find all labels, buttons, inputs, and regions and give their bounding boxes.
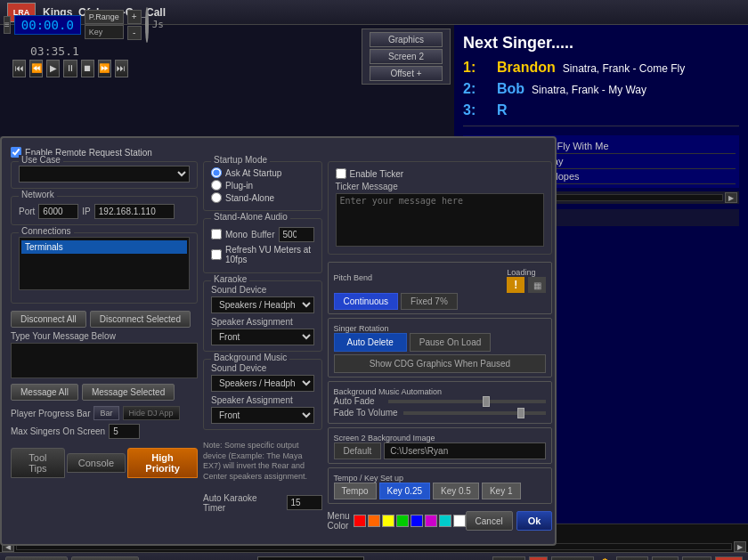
warning-icon[interactable]: !	[507, 277, 524, 293]
disconnect-all-btn[interactable]: Disconnect All	[11, 311, 86, 328]
enable-ticker-checkbox[interactable]	[336, 168, 346, 179]
pcd-btn[interactable]: PCⅅ	[616, 556, 648, 560]
grid-icon[interactable]: ▦	[528, 277, 546, 293]
connections-label: Connections	[19, 226, 74, 236]
divider	[463, 126, 739, 126]
bgm-btn[interactable]: BGM	[492, 556, 525, 560]
ip-input[interactable]	[94, 204, 175, 219]
message-textarea[interactable]	[11, 343, 198, 378]
message-selected-btn[interactable]: Message Selected	[82, 384, 175, 401]
startup-mode-label: Startup Mode	[211, 155, 270, 165]
song-scroll-right[interactable]: ▶	[725, 192, 737, 203]
max-singers-input[interactable]	[109, 424, 140, 439]
ticker-message-input[interactable]	[336, 193, 545, 247]
singer-song-2: Sinatra, Frank - My Way	[532, 84, 646, 96]
karaoke-label: Karaoke	[211, 274, 249, 284]
tooltips-tab[interactable]: Tool Tips	[11, 448, 65, 478]
key-1-btn[interactable]: Key 1	[482, 483, 521, 499]
standalone-audio-section: Stand-Alone Audio Mono Buffer Refresh VU	[203, 218, 322, 273]
pause-on-load-btn[interactable]: Pause On Load	[410, 333, 492, 352]
min-btn[interactable]: Min	[652, 556, 679, 560]
bg-auto-title: Background Music Automation	[334, 387, 443, 396]
loading-title: Loading	[507, 268, 535, 277]
bg-sound-device[interactable]: Speakers / Headphones (IDT Hi...	[211, 375, 314, 392]
rew-btn[interactable]: ⏪	[29, 60, 43, 77]
rotation-title: Singer Rotation	[334, 324, 389, 333]
prev-btn[interactable]: ⏮	[12, 60, 26, 77]
hide-dj-btn[interactable]: Hide DJ App	[123, 406, 180, 420]
h-btn[interactable]: H	[529, 556, 548, 560]
key-025-btn[interactable]: Key 0.25	[379, 483, 430, 499]
play-btn[interactable]: ▶	[46, 60, 60, 77]
continuous-btn[interactable]: Continuous	[334, 293, 399, 310]
use-case-select[interactable]	[19, 166, 190, 183]
color-yellow[interactable]	[382, 515, 394, 527]
bottom-scroll-right[interactable]: ▶	[734, 541, 746, 552]
speaker-assignment-label: Speaker Assignment	[211, 317, 314, 327]
pause-btn[interactable]: ⏸	[63, 60, 77, 77]
player-section: ≡ 00:00.0 P.Range Key + -	[0, 25, 454, 136]
mono-checkbox[interactable]	[211, 229, 222, 239]
player-icon: ≡	[4, 16, 11, 34]
loading-section: Loading ! ▦	[507, 266, 546, 293]
show-cdg-btn[interactable]: Show CDG Graphics When Paused	[334, 354, 547, 373]
p-range-btn[interactable]: P.Range	[85, 10, 124, 24]
auto-fade-slider[interactable]	[388, 400, 547, 403]
color-purple[interactable]	[425, 515, 437, 527]
options-btn[interactable]: Options	[551, 556, 594, 560]
key-05-btn[interactable]: Key 0.5	[433, 483, 479, 499]
fwd-btn[interactable]: ⏩	[98, 60, 111, 77]
key-display: Key	[85, 25, 124, 39]
refresh-vu-checkbox[interactable]	[211, 249, 222, 260]
disconnect-selected-btn[interactable]: Disconnect Selected	[90, 311, 191, 328]
singer-rotation-section: Singer Rotation Auto Delete Pause On Loa…	[328, 318, 553, 377]
console-tab[interactable]: Console	[67, 453, 126, 473]
fixed-btn[interactable]: Fixed 7%	[401, 293, 458, 310]
color-blue[interactable]	[411, 515, 423, 527]
auto-delete-btn[interactable]: Auto Delete	[334, 333, 407, 352]
next-btn[interactable]: ⏭	[115, 60, 128, 77]
color-cyan[interactable]	[439, 515, 451, 527]
standalone-radio[interactable]	[211, 192, 222, 203]
fade-volume-slider[interactable]	[403, 411, 547, 415]
plugin-radio[interactable]	[211, 180, 222, 191]
color-green[interactable]	[396, 515, 409, 527]
network-section: Network Port IP	[11, 196, 198, 225]
stop-btn[interactable]: ⏹	[81, 60, 94, 77]
tempo-btn[interactable]: Tempo	[334, 483, 377, 499]
karaoke-sound-device[interactable]: Speakers / Headphones (IDT Hi...	[211, 296, 314, 313]
offset-btn[interactable]: Offset +	[370, 66, 443, 81]
max-btn[interactable]: Max	[682, 556, 711, 560]
ok-btn[interactable]: Ok	[516, 511, 553, 531]
color-red[interactable]	[354, 515, 366, 527]
toolbar-right: BGM H Options ✋ PCⅅ Min Max Exit	[492, 556, 743, 560]
bar-btn[interactable]: Bar	[94, 406, 118, 420]
ask-startup-radio[interactable]	[211, 167, 222, 178]
search-input[interactable]	[257, 556, 364, 561]
add-case-btn[interactable]: Add Case	[5, 556, 68, 561]
color-white[interactable]	[453, 515, 466, 527]
plug-in-row: Plug-in	[211, 180, 314, 191]
high-priority-tab[interactable]: High Priority	[127, 448, 198, 478]
port-input[interactable]	[38, 204, 78, 219]
karaoke-speaker-select[interactable]: Front	[211, 329, 314, 345]
buffer-input[interactable]	[279, 227, 314, 242]
add-songs-btn[interactable]: Add Songs	[71, 556, 139, 561]
graphics-btn[interactable]: Graphics	[370, 32, 443, 47]
color-orange[interactable]	[368, 515, 380, 527]
plus-btn[interactable]: +	[127, 10, 142, 24]
default-btn[interactable]: Default	[334, 442, 382, 459]
volume-knob[interactable]	[145, 7, 149, 43]
time-secondary: 03:35.1	[4, 45, 128, 58]
message-all-btn[interactable]: Message All	[11, 384, 78, 401]
bg-speaker-select[interactable]: Front	[211, 407, 314, 424]
screen2-btn[interactable]: Screen 2	[370, 49, 443, 64]
exit-btn[interactable]: Exit	[715, 556, 743, 560]
singer-row-1: 1: Brandon Sinatra, Frank - Come Fly	[463, 60, 739, 76]
minus-btn[interactable]: -	[127, 26, 142, 40]
auto-fade-row: Auto Fade	[334, 396, 547, 406]
connections-item[interactable]: Terminals	[21, 240, 187, 254]
connections-section: Connections Terminals	[11, 232, 198, 304]
auto-karaoke-input[interactable]	[287, 495, 322, 510]
cancel-btn[interactable]: Cancel	[466, 511, 513, 531]
